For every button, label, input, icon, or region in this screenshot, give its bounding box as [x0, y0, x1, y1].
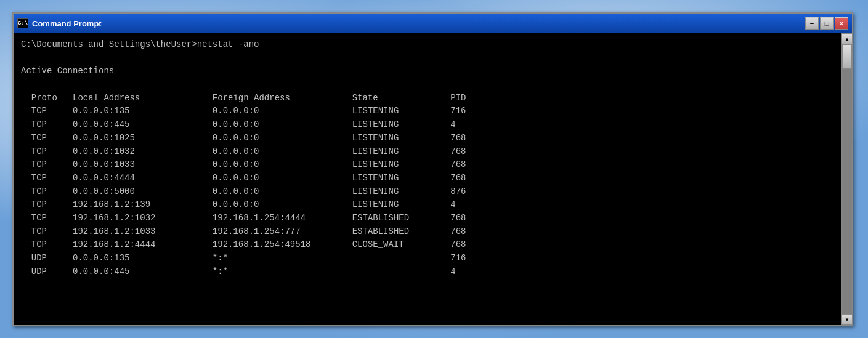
cmd-icon-text: C:\ [18, 20, 28, 26]
restore-button[interactable]: □ [820, 17, 834, 30]
command-prompt-window: C:\ Command Prompt − □ × C:\Documents an… [12, 12, 853, 326]
cmd-icon: C:\ [17, 18, 28, 28]
scroll-up-button[interactable]: ▲ [842, 33, 852, 44]
close-button[interactable]: × [835, 17, 848, 30]
scrollbar[interactable]: ▲ ▼ [841, 33, 852, 325]
scroll-down-button[interactable]: ▼ [842, 314, 852, 325]
minimize-button[interactable]: − [805, 17, 819, 30]
console-text: C:\Documents and Settings\theUser>netsta… [21, 38, 834, 278]
title-bar: C:\ Command Prompt − □ × [14, 14, 852, 33]
scroll-thumb[interactable] [842, 44, 852, 69]
scroll-track[interactable] [842, 44, 852, 314]
window-title: Command Prompt [32, 19, 801, 28]
window-controls: − □ × [805, 17, 848, 30]
window-body: C:\Documents and Settings\theUser>netsta… [14, 33, 852, 325]
console-output: C:\Documents and Settings\theUser>netsta… [14, 33, 841, 325]
